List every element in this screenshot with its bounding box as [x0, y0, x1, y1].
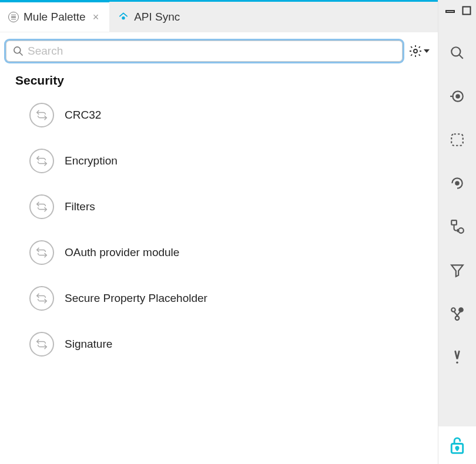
svg-rect-5 — [463, 7, 471, 15]
minimize-icon[interactable] — [445, 6, 456, 18]
main-panel: Mule Palette × API Sync — [0, 0, 438, 464]
svg-point-18 — [456, 361, 458, 363]
search-tool-icon[interactable] — [449, 45, 465, 61]
tab-mule-palette[interactable]: Mule Palette × — [0, 1, 109, 32]
svg-point-1 — [14, 47, 21, 53]
api-sync-icon — [118, 11, 129, 23]
list-circle-icon — [8, 12, 19, 22]
tab-label: Mule Palette — [24, 11, 86, 23]
settings-dropdown-button[interactable] — [406, 42, 432, 60]
list-item[interactable]: OAuth provider module — [29, 234, 438, 280]
tab-label: API Sync — [134, 11, 180, 23]
gear-icon — [408, 44, 423, 58]
maximize-icon[interactable] — [462, 6, 471, 18]
svg-point-15 — [451, 308, 455, 312]
flow-icon[interactable] — [449, 218, 465, 235]
transform-icon — [29, 332, 54, 357]
unlock-icon — [448, 435, 466, 455]
svg-point-3 — [414, 49, 417, 53]
item-label: Signature — [65, 338, 112, 351]
item-label: OAuth provider module — [65, 246, 179, 259]
item-label: Encryption — [65, 154, 118, 167]
item-label: Secure Property Placeholder — [65, 292, 207, 305]
transform-icon — [29, 149, 54, 173]
search-icon — [12, 45, 24, 57]
list-item[interactable]: Filters — [29, 189, 438, 234]
transform-icon — [29, 240, 54, 265]
target-icon[interactable] — [449, 88, 465, 105]
svg-point-6 — [451, 47, 460, 56]
item-label: CRC32 — [65, 109, 101, 122]
transform-icon — [29, 103, 54, 127]
svg-rect-11 — [451, 134, 463, 146]
list-item[interactable]: Encryption — [29, 143, 438, 189]
svg-point-17 — [455, 316, 460, 320]
category-title: Security — [0, 70, 438, 93]
window-controls — [438, 0, 476, 23]
dashed-box-icon[interactable] — [449, 132, 465, 148]
alert-icon[interactable] — [449, 349, 465, 365]
sidebar-icon-strip — [438, 23, 476, 365]
svg-rect-13 — [451, 220, 457, 225]
search-row — [0, 32, 438, 70]
svg-point-9 — [456, 95, 459, 97]
svg-point-12 — [455, 181, 458, 184]
svg-line-2 — [20, 53, 23, 56]
tab-api-sync[interactable]: API Sync — [109, 2, 188, 32]
panel-content: Security CRC32 Encryption Filters — [0, 32, 438, 464]
transform-icon — [29, 194, 54, 219]
close-icon[interactable]: × — [90, 11, 102, 23]
right-sidebar — [438, 0, 476, 464]
search-field-wrap[interactable] — [6, 41, 403, 62]
svg-rect-4 — [446, 11, 454, 12]
branch-icon[interactable] — [449, 305, 465, 322]
list-item[interactable]: CRC32 — [29, 97, 438, 143]
lock-panel[interactable] — [438, 426, 476, 464]
list-item[interactable]: Signature — [29, 326, 438, 372]
filter-icon[interactable] — [449, 262, 465, 278]
svg-line-7 — [460, 55, 463, 59]
item-label: Filters — [65, 200, 95, 213]
progress-icon[interactable] — [449, 175, 465, 191]
svg-point-0 — [122, 17, 125, 19]
item-list: CRC32 Encryption Filters OAuth provider … — [0, 93, 438, 372]
list-item[interactable]: Secure Property Placeholder — [29, 280, 438, 326]
tab-bar: Mule Palette × API Sync — [0, 0, 438, 32]
chevron-down-icon — [424, 49, 430, 53]
transform-icon — [29, 286, 54, 311]
svg-point-16 — [459, 308, 463, 312]
search-input[interactable] — [24, 45, 396, 58]
